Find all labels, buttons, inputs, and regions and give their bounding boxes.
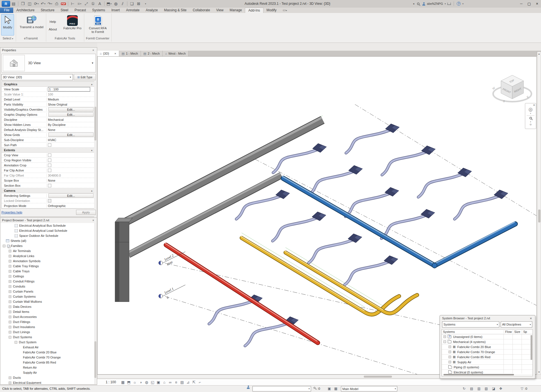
system-browser-vscroll[interactable] — [531, 335, 532, 360]
sun-path-off-icon[interactable]: ☼ — [132, 380, 138, 385]
tree-item[interactable]: +Ceilings — [1, 274, 97, 279]
view-tab-1-mech[interactable]: ▤1 - Mech — [119, 51, 141, 56]
user-dropdown-icon[interactable]: ▾ — [445, 3, 446, 5]
filter-icon[interactable]: ▽ — [521, 387, 523, 391]
editing-requests-icon[interactable] — [313, 387, 317, 391]
property-row[interactable]: Sub-DisciplineHVAC — [2, 137, 94, 142]
tree-item[interactable]: Supply Air — [1, 370, 97, 375]
checkbox[interactable] — [48, 159, 51, 162]
view-tab-2-mech[interactable]: ▤2 - Mech — [141, 51, 163, 56]
design-options-icon[interactable]: ▣ — [328, 387, 331, 391]
property-row[interactable]: DisciplineMechanical — [2, 117, 94, 122]
ribbon-tab-annotate[interactable]: Annotate — [123, 8, 143, 13]
tree-item[interactable]: +Duct Insulations — [1, 324, 97, 329]
tree-expander[interactable]: + — [9, 382, 11, 384]
properties-help-link[interactable]: Properties help — [1, 211, 22, 214]
fabricair-help-button[interactable]: Help — [50, 20, 56, 23]
zoom-dropdown-icon[interactable]: ▾ — [525, 121, 536, 123]
search-icon[interactable] — [417, 3, 420, 5]
tag-by-category-icon[interactable]: ① — [90, 1, 96, 7]
tree-item[interactable]: Electrical Analytical Load Schedule — [1, 228, 97, 233]
property-row[interactable]: Show GridsEdit... — [2, 132, 94, 137]
detail-level-icon[interactable]: ▦ — [120, 380, 126, 385]
edit-button[interactable]: Edit... — [48, 133, 94, 137]
tree-item[interactable]: FabricAir Combi 70 Orange — [1, 355, 97, 360]
branch-duct-with-diffuser[interactable] — [346, 124, 400, 153]
select-panel-label[interactable]: Select ▾ — [0, 37, 16, 40]
tree-item[interactable]: +Cable Trays — [1, 269, 97, 274]
crop-view-off-icon[interactable]: ◱ — [150, 380, 156, 385]
navigation-bar[interactable]: ⊗ ◎ ▾ ▾ ⊖ — [525, 103, 536, 129]
branch-duct-with-diffuser[interactable] — [245, 317, 298, 346]
save-icon[interactable]: ◫ — [26, 1, 33, 7]
ribbon-tab-collaborate[interactable]: Collaborate — [190, 8, 213, 13]
branch-duct-with-diffuser[interactable] — [309, 165, 363, 195]
visual-style-icon[interactable]: ⬒ — [126, 380, 132, 385]
checkbox[interactable] — [48, 164, 51, 167]
tree-item[interactable]: Exhaust Air — [1, 345, 97, 350]
system-row[interactable]: +⊠FabricAir Combi 70 Orange — [442, 349, 533, 355]
edit-type-button[interactable]: ⊞Edit Type — [74, 74, 96, 80]
tree-item[interactable]: +Duct Fittings — [1, 319, 97, 324]
property-row[interactable]: Projection ModeOrthographic — [2, 203, 94, 208]
thin-lines-icon[interactable]: ⫽ — [119, 1, 126, 7]
select-underlay-toggle-icon[interactable]: ▥ — [477, 387, 480, 391]
tree-item[interactable]: +Conduits — [1, 284, 97, 289]
tree-expander[interactable]: + — [9, 270, 11, 273]
switch-windows-icon[interactable]: ❏ — [128, 1, 135, 7]
tree-expander[interactable]: + — [9, 295, 11, 298]
system-row[interactable]: −Mechanical (4 systems) — [442, 339, 533, 344]
view-tab-west-mech[interactable]: ⌂West - Mech — [163, 51, 189, 56]
transmit-a-model-button[interactable]: Transmit a model — [17, 14, 46, 29]
print-icon[interactable]: ⎙ — [53, 1, 60, 7]
navbar-close-icon[interactable]: ⊗ — [525, 103, 536, 106]
signed-in-user[interactable]: abeNZNPG — [427, 2, 443, 5]
property-row[interactable]: Graphics▴ — [2, 82, 94, 87]
tree-expander[interactable]: + — [9, 285, 11, 288]
tree-expander[interactable]: + — [9, 331, 11, 333]
drag-on-selection-toggle-icon[interactable]: ✥ — [499, 387, 502, 391]
branch-duct-with-diffuser[interactable] — [418, 168, 472, 197]
system-row[interactable]: Piping (0 systems) — [442, 365, 533, 370]
render-icon[interactable]: ◍ — [112, 1, 119, 7]
tree-expander[interactable]: + — [9, 280, 11, 283]
tree-expander[interactable]: + — [9, 311, 11, 313]
close-view-icon[interactable]: × — [114, 52, 116, 55]
shadows-off-icon[interactable]: ◑ — [138, 380, 144, 385]
checkbox[interactable] — [48, 169, 51, 172]
ribbon-tab-insert[interactable]: Insert — [108, 8, 123, 13]
branch-duct-with-diffuser[interactable] — [309, 234, 362, 263]
level-1-datum[interactable]: Level 1 0 — [159, 285, 185, 300]
system-row[interactable]: +⊠Supply Air — [442, 360, 533, 365]
tree-expander[interactable]: + — [9, 290, 11, 293]
property-row[interactable]: Annotation Crop — [2, 163, 94, 168]
tree-expander[interactable]: − — [9, 336, 11, 338]
property-row[interactable]: View Scale1 : 100 — [2, 87, 94, 92]
tree-expander[interactable]: + — [9, 265, 11, 268]
tree-expander[interactable]: + — [9, 377, 11, 379]
edit-button[interactable]: Edit... — [48, 112, 94, 117]
property-row[interactable]: Locked Orientation — [2, 198, 94, 203]
project-browser-close-icon[interactable]: × — [91, 219, 95, 222]
ribbon-tab-precast[interactable]: Precast — [71, 8, 89, 13]
type-selector-combo[interactable]: 3D View: {3D}▼ — [1, 74, 73, 80]
ribbon-tab-systems[interactable]: Systems — [89, 8, 108, 13]
tree-item[interactable]: −Duct Systems — [1, 335, 97, 340]
tree-expander[interactable]: + — [9, 275, 11, 278]
branch-duct-with-diffuser[interactable] — [273, 143, 327, 173]
tree-expander[interactable]: − — [444, 340, 446, 343]
property-row[interactable]: Scope BoxNone — [2, 178, 94, 183]
edit-button[interactable]: Edit... — [48, 107, 94, 112]
system-row[interactable]: +Unassigned (0 items) — [442, 334, 533, 339]
maximize-button[interactable]: ▢ — [525, 0, 533, 7]
tree-expander[interactable]: + — [9, 250, 11, 252]
tree-item[interactable]: +Air Terminals — [1, 248, 97, 253]
property-row[interactable]: Visibility/Graphics OverridesEdit... — [2, 107, 94, 112]
ribbon-tab-analyze[interactable]: Analyze — [143, 8, 161, 13]
property-row[interactable]: Crop View — [2, 153, 94, 158]
tree-item[interactable]: +Curtain Panels — [1, 289, 97, 294]
ribbon-tab-modify[interactable]: Modify — [263, 8, 280, 13]
project-browser-scrollbar[interactable] — [94, 223, 97, 384]
app-store-cart-icon[interactable] — [447, 3, 451, 5]
fabricair-pro-button[interactable]: PRO FabricAir Pro — [61, 14, 83, 30]
